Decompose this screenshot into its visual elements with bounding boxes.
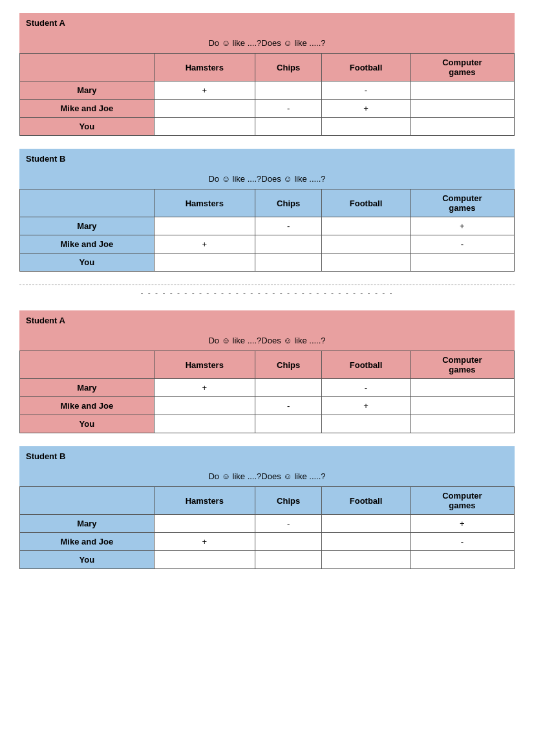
cell-2-0-2: - xyxy=(322,379,410,397)
col-header-3-3: Football xyxy=(322,487,410,515)
table-A1: HamstersChipsFootballComputergamesMary+-… xyxy=(19,53,515,136)
cell-2-2-3 xyxy=(410,415,514,433)
cell-3-0-3: + xyxy=(410,515,514,533)
cell-2-2-0 xyxy=(154,415,255,433)
cell-0-1-1: - xyxy=(255,100,321,118)
col-header-3-4: Computergames xyxy=(410,487,514,515)
cell-1-2-2 xyxy=(322,254,410,272)
cell-2-1-1: - xyxy=(255,397,321,415)
cell-1-2-0 xyxy=(154,254,255,272)
cell-3-0-1: - xyxy=(255,515,321,533)
cell-3-0-0 xyxy=(154,515,255,533)
col-header-1-0 xyxy=(20,189,155,217)
table-row-2-1: Mike and Joe-+ xyxy=(20,397,515,415)
cell-0-0-1 xyxy=(255,81,321,100)
table-row-0-2: You xyxy=(20,118,515,136)
cell-0-1-0 xyxy=(154,100,255,118)
cell-0-2-2 xyxy=(322,118,410,136)
cell-2-1-0 xyxy=(154,397,255,415)
row-label-0-0: Mary xyxy=(20,81,155,100)
col-header-2-0 xyxy=(20,351,155,379)
cell-3-1-1 xyxy=(255,533,321,551)
question-row-A1: Do ☺ like ....?Does ☺ like .....? xyxy=(19,33,515,53)
row-label-1-1: Mike and Joe xyxy=(20,235,155,254)
row-label-2-1: Mike and Joe xyxy=(20,397,155,415)
row-label-1-2: You xyxy=(20,254,155,272)
cell-2-1-2: + xyxy=(322,397,410,415)
section-header-B1: Student B xyxy=(19,149,515,169)
table-B1: HamstersChipsFootballComputergamesMary-+… xyxy=(19,189,515,272)
col-header-3-0 xyxy=(20,487,155,515)
cell-3-2-1 xyxy=(255,551,321,569)
col-header-3-2: Chips xyxy=(255,487,321,515)
cell-2-0-3 xyxy=(410,379,514,397)
table-row-3-2: You xyxy=(20,551,515,569)
col-header-1-3: Football xyxy=(322,189,410,217)
cell-1-1-1 xyxy=(255,235,321,254)
question-row-A2: Do ☺ like ....?Does ☺ like .....? xyxy=(19,330,515,351)
cell-0-0-0: + xyxy=(154,81,255,100)
cell-2-1-3 xyxy=(410,397,514,415)
table-row-1-1: Mike and Joe+- xyxy=(20,235,515,254)
col-header-1-4: Computergames xyxy=(410,189,514,217)
cell-2-0-0: + xyxy=(154,379,255,397)
question-row-B2: Do ☺ like ....?Does ☺ like .....? xyxy=(19,466,515,486)
table-row-1-2: You xyxy=(20,254,515,272)
table-A2: HamstersChipsFootballComputergamesMary+-… xyxy=(19,351,515,433)
cell-2-0-1 xyxy=(255,379,321,397)
table-row-0-1: Mike and Joe-+ xyxy=(20,100,515,118)
section-header-A1: Student A xyxy=(19,13,515,33)
row-label-2-0: Mary xyxy=(20,379,155,397)
col-header-1-2: Chips xyxy=(255,189,321,217)
table-row-3-1: Mike and Joe+- xyxy=(20,533,515,551)
section-header-A2: Student A xyxy=(19,310,515,330)
table-row-2-0: Mary+- xyxy=(20,379,515,397)
table-row-3-0: Mary-+ xyxy=(20,515,515,533)
cell-2-2-2 xyxy=(322,415,410,433)
row-label-0-2: You xyxy=(20,118,155,136)
col-header-2-4: Computergames xyxy=(410,351,514,379)
cell-0-2-1 xyxy=(255,118,321,136)
table-row-0-0: Mary+- xyxy=(20,81,515,100)
row-label-0-1: Mike and Joe xyxy=(20,100,155,118)
col-header-2-2: Chips xyxy=(255,351,321,379)
cell-3-1-0: + xyxy=(154,533,255,551)
cell-0-0-3 xyxy=(410,81,514,100)
section-divider: - - - - - - - - - - - - - - - - - - - - … xyxy=(19,285,515,297)
cell-3-0-2 xyxy=(322,515,410,533)
cell-1-1-0: + xyxy=(154,235,255,254)
cell-1-0-2 xyxy=(322,217,410,235)
col-header-3-1: Hamsters xyxy=(154,487,255,515)
cell-0-2-3 xyxy=(410,118,514,136)
cell-3-2-2 xyxy=(322,551,410,569)
table-row-2-2: You xyxy=(20,415,515,433)
col-header-0-2: Chips xyxy=(255,54,321,81)
section-header-B2: Student B xyxy=(19,446,515,466)
cell-3-2-0 xyxy=(154,551,255,569)
cell-3-1-3: - xyxy=(410,533,514,551)
cell-1-0-1: - xyxy=(255,217,321,235)
col-header-0-0 xyxy=(20,54,155,81)
col-header-2-3: Football xyxy=(322,351,410,379)
cell-0-1-3 xyxy=(410,100,514,118)
cell-0-2-0 xyxy=(154,118,255,136)
table-row-1-0: Mary-+ xyxy=(20,217,515,235)
cell-2-2-1 xyxy=(255,415,321,433)
cell-1-0-3: + xyxy=(410,217,514,235)
col-header-2-1: Hamsters xyxy=(154,351,255,379)
cell-1-2-1 xyxy=(255,254,321,272)
section-A1: Student ADo ☺ like ....?Does ☺ like ....… xyxy=(19,13,515,136)
row-label-2-2: You xyxy=(20,415,155,433)
cell-1-0-0 xyxy=(154,217,255,235)
col-header-0-3: Football xyxy=(322,54,410,81)
row-label-3-0: Mary xyxy=(20,515,155,533)
row-label-3-1: Mike and Joe xyxy=(20,533,155,551)
section-B1: Student BDo ☺ like ....?Does ☺ like ....… xyxy=(19,149,515,272)
cell-1-1-2 xyxy=(322,235,410,254)
col-header-1-1: Hamsters xyxy=(154,189,255,217)
col-header-0-4: Computergames xyxy=(410,54,514,81)
cell-3-1-2 xyxy=(322,533,410,551)
cell-1-1-3: - xyxy=(410,235,514,254)
row-label-3-2: You xyxy=(20,551,155,569)
cell-0-1-2: + xyxy=(322,100,410,118)
